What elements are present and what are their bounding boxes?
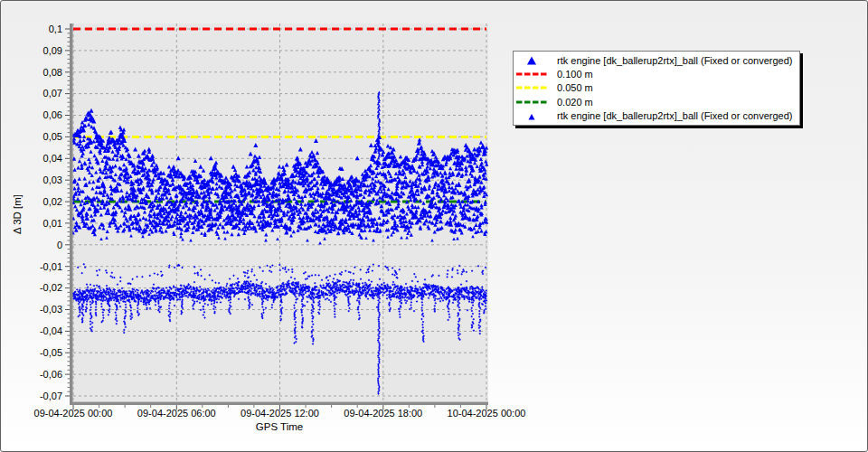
x-tick-label: 10-04-2025 00:00 — [448, 408, 526, 419]
x-tick-label: 09-04-2025 18:00 — [344, 408, 422, 419]
y-tick-label: 0,09 — [43, 45, 62, 56]
legend-marker-triangle-small-icon — [515, 110, 548, 121]
y-tick-label: 0,01 — [43, 218, 62, 229]
legend-row-3: 0.020 m — [515, 95, 792, 108]
x-tick-label: 09-04-2025 12:00 — [241, 408, 319, 419]
legend-row-4: rtk engine [dk_ballerup2rtx]_ball (Fixed… — [515, 109, 792, 123]
y-tick-label: 0,02 — [43, 196, 62, 207]
x-axis-bar — [70, 402, 488, 406]
y-tick-label: -0,05 — [40, 347, 62, 358]
legend-label: rtk engine [dk_ballerup2rtx]_ball (Fixed… — [557, 55, 792, 66]
legend-label: rtk engine [dk_ballerup2rtx]_ball (Fixed… — [557, 110, 792, 121]
y-tick-label: -0,04 — [40, 325, 62, 336]
legend-label: 0.050 m — [557, 82, 593, 93]
legend-marker-dash-icon — [515, 69, 548, 80]
x-axis-title: GPS Time — [256, 421, 303, 432]
y-tick-label: -0,01 — [40, 261, 62, 272]
y-tick-label: 0,06 — [43, 109, 62, 120]
y-tick-label: -0,03 — [40, 304, 62, 315]
y-tick-label: 0,03 — [43, 174, 62, 185]
legend-label: 0.020 m — [557, 97, 593, 108]
y-tick-label: 0,05 — [43, 131, 62, 142]
y-tick-label: -0,02 — [40, 282, 62, 293]
legend-label: 0.100 m — [557, 69, 593, 80]
legend-row-0: rtk engine [dk_ballerup2rtx]_ball (Fixed… — [515, 53, 792, 67]
legend-marker-dash-icon — [515, 82, 548, 93]
y-axis-bar — [70, 24, 73, 405]
chart-panel: 0,10,090,080,070,060,050,040,030,020,010… — [0, 0, 868, 452]
y-tick-label: 0,07 — [43, 88, 62, 99]
y-tick-label: 0,08 — [43, 67, 62, 78]
y-tick-label: -0,06 — [40, 369, 62, 380]
y-tick-label: -0,07 — [40, 391, 62, 401]
legend-row-2: 0.050 m — [515, 81, 792, 95]
y-tick-label: 0 — [57, 240, 62, 250]
y-tick-label: 0,04 — [43, 153, 62, 164]
x-tick-label: 09-04-2025 00:00 — [34, 408, 113, 419]
legend: rtk engine [dk_ballerup2rtx]_ball (Fixed… — [513, 51, 800, 126]
y-tick-label: 0,1 — [49, 24, 62, 34]
x-tick-label: 09-04-2025 06:00 — [137, 408, 216, 419]
legend-marker-triangle-large-icon — [515, 55, 548, 66]
legend-marker-dash-icon — [515, 97, 548, 108]
y-axis-title: Δ 3D [m] — [12, 194, 23, 234]
legend-row-1: 0.100 m — [515, 67, 792, 80]
